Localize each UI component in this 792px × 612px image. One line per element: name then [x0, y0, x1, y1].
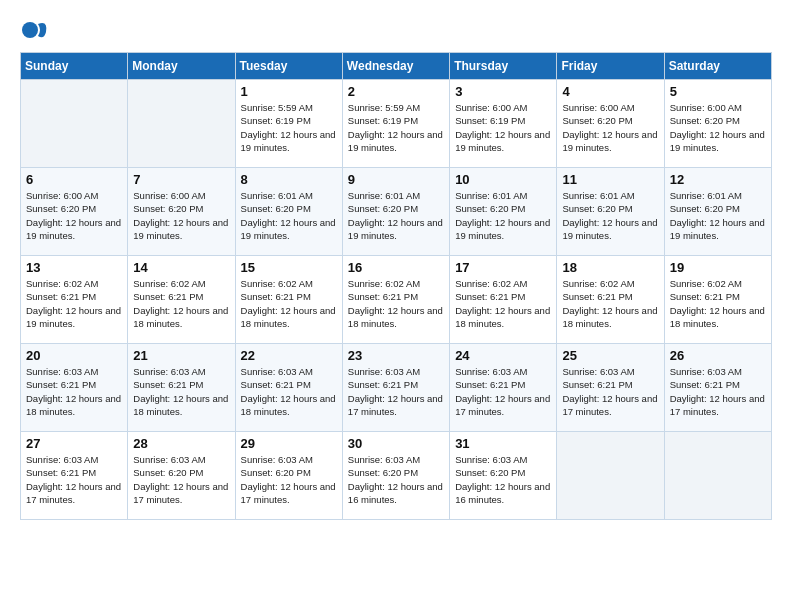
calendar-cell: 16Sunrise: 6:02 AMSunset: 6:21 PMDayligh…	[342, 256, 449, 344]
week-row-1: 1Sunrise: 5:59 AMSunset: 6:19 PMDaylight…	[21, 80, 772, 168]
cell-info: Sunrise: 6:03 AMSunset: 6:21 PMDaylight:…	[26, 366, 121, 417]
cell-info: Sunrise: 6:02 AMSunset: 6:21 PMDaylight:…	[348, 278, 443, 329]
logo	[20, 16, 52, 44]
calendar-cell: 3Sunrise: 6:00 AMSunset: 6:19 PMDaylight…	[450, 80, 557, 168]
weekday-header-friday: Friday	[557, 53, 664, 80]
day-number: 27	[26, 436, 122, 451]
day-number: 17	[455, 260, 551, 275]
week-row-2: 6Sunrise: 6:00 AMSunset: 6:20 PMDaylight…	[21, 168, 772, 256]
calendar-body: 1Sunrise: 5:59 AMSunset: 6:19 PMDaylight…	[21, 80, 772, 520]
calendar-cell: 13Sunrise: 6:02 AMSunset: 6:21 PMDayligh…	[21, 256, 128, 344]
logo-icon	[20, 16, 48, 44]
calendar-cell: 30Sunrise: 6:03 AMSunset: 6:20 PMDayligh…	[342, 432, 449, 520]
calendar-cell	[557, 432, 664, 520]
day-number: 6	[26, 172, 122, 187]
day-number: 26	[670, 348, 766, 363]
day-number: 24	[455, 348, 551, 363]
calendar-cell: 8Sunrise: 6:01 AMSunset: 6:20 PMDaylight…	[235, 168, 342, 256]
cell-info: Sunrise: 5:59 AMSunset: 6:19 PMDaylight:…	[241, 102, 336, 153]
day-number: 12	[670, 172, 766, 187]
cell-info: Sunrise: 6:01 AMSunset: 6:20 PMDaylight:…	[348, 190, 443, 241]
day-number: 23	[348, 348, 444, 363]
day-number: 22	[241, 348, 337, 363]
week-row-5: 27Sunrise: 6:03 AMSunset: 6:21 PMDayligh…	[21, 432, 772, 520]
calendar-cell: 5Sunrise: 6:00 AMSunset: 6:20 PMDaylight…	[664, 80, 771, 168]
day-number: 13	[26, 260, 122, 275]
calendar-cell: 25Sunrise: 6:03 AMSunset: 6:21 PMDayligh…	[557, 344, 664, 432]
calendar-cell: 15Sunrise: 6:02 AMSunset: 6:21 PMDayligh…	[235, 256, 342, 344]
day-number: 31	[455, 436, 551, 451]
calendar-cell: 9Sunrise: 6:01 AMSunset: 6:20 PMDaylight…	[342, 168, 449, 256]
day-number: 5	[670, 84, 766, 99]
cell-info: Sunrise: 6:01 AMSunset: 6:20 PMDaylight:…	[670, 190, 765, 241]
calendar-cell: 19Sunrise: 6:02 AMSunset: 6:21 PMDayligh…	[664, 256, 771, 344]
weekday-header-saturday: Saturday	[664, 53, 771, 80]
week-row-3: 13Sunrise: 6:02 AMSunset: 6:21 PMDayligh…	[21, 256, 772, 344]
cell-info: Sunrise: 6:02 AMSunset: 6:21 PMDaylight:…	[241, 278, 336, 329]
day-number: 28	[133, 436, 229, 451]
calendar-cell: 23Sunrise: 6:03 AMSunset: 6:21 PMDayligh…	[342, 344, 449, 432]
cell-info: Sunrise: 6:00 AMSunset: 6:19 PMDaylight:…	[455, 102, 550, 153]
day-number: 25	[562, 348, 658, 363]
cell-info: Sunrise: 6:03 AMSunset: 6:20 PMDaylight:…	[241, 454, 336, 505]
calendar-cell	[664, 432, 771, 520]
calendar-cell: 24Sunrise: 6:03 AMSunset: 6:21 PMDayligh…	[450, 344, 557, 432]
cell-info: Sunrise: 6:00 AMSunset: 6:20 PMDaylight:…	[133, 190, 228, 241]
day-number: 9	[348, 172, 444, 187]
calendar-cell: 27Sunrise: 6:03 AMSunset: 6:21 PMDayligh…	[21, 432, 128, 520]
calendar-cell: 11Sunrise: 6:01 AMSunset: 6:20 PMDayligh…	[557, 168, 664, 256]
calendar-cell: 1Sunrise: 5:59 AMSunset: 6:19 PMDaylight…	[235, 80, 342, 168]
cell-info: Sunrise: 6:03 AMSunset: 6:20 PMDaylight:…	[133, 454, 228, 505]
day-number: 8	[241, 172, 337, 187]
cell-info: Sunrise: 6:01 AMSunset: 6:20 PMDaylight:…	[241, 190, 336, 241]
calendar-header: SundayMondayTuesdayWednesdayThursdayFrid…	[21, 53, 772, 80]
cell-info: Sunrise: 6:03 AMSunset: 6:21 PMDaylight:…	[241, 366, 336, 417]
day-number: 1	[241, 84, 337, 99]
calendar-cell: 28Sunrise: 6:03 AMSunset: 6:20 PMDayligh…	[128, 432, 235, 520]
day-number: 4	[562, 84, 658, 99]
cell-info: Sunrise: 6:01 AMSunset: 6:20 PMDaylight:…	[455, 190, 550, 241]
calendar-cell: 14Sunrise: 6:02 AMSunset: 6:21 PMDayligh…	[128, 256, 235, 344]
weekday-header-thursday: Thursday	[450, 53, 557, 80]
day-number: 11	[562, 172, 658, 187]
cell-info: Sunrise: 6:01 AMSunset: 6:20 PMDaylight:…	[562, 190, 657, 241]
day-number: 2	[348, 84, 444, 99]
day-number: 15	[241, 260, 337, 275]
cell-info: Sunrise: 6:03 AMSunset: 6:21 PMDaylight:…	[348, 366, 443, 417]
calendar-cell: 22Sunrise: 6:03 AMSunset: 6:21 PMDayligh…	[235, 344, 342, 432]
weekday-header-sunday: Sunday	[21, 53, 128, 80]
calendar-cell: 7Sunrise: 6:00 AMSunset: 6:20 PMDaylight…	[128, 168, 235, 256]
calendar-cell: 2Sunrise: 5:59 AMSunset: 6:19 PMDaylight…	[342, 80, 449, 168]
calendar-cell: 18Sunrise: 6:02 AMSunset: 6:21 PMDayligh…	[557, 256, 664, 344]
calendar-cell: 31Sunrise: 6:03 AMSunset: 6:20 PMDayligh…	[450, 432, 557, 520]
cell-info: Sunrise: 6:00 AMSunset: 6:20 PMDaylight:…	[670, 102, 765, 153]
day-number: 7	[133, 172, 229, 187]
day-number: 30	[348, 436, 444, 451]
cell-info: Sunrise: 6:03 AMSunset: 6:21 PMDaylight:…	[455, 366, 550, 417]
day-number: 20	[26, 348, 122, 363]
calendar-cell: 21Sunrise: 6:03 AMSunset: 6:21 PMDayligh…	[128, 344, 235, 432]
cell-info: Sunrise: 6:00 AMSunset: 6:20 PMDaylight:…	[26, 190, 121, 241]
day-number: 18	[562, 260, 658, 275]
page-header	[20, 16, 772, 44]
cell-info: Sunrise: 6:03 AMSunset: 6:20 PMDaylight:…	[455, 454, 550, 505]
calendar-cell: 20Sunrise: 6:03 AMSunset: 6:21 PMDayligh…	[21, 344, 128, 432]
cell-info: Sunrise: 6:03 AMSunset: 6:21 PMDaylight:…	[26, 454, 121, 505]
cell-info: Sunrise: 6:03 AMSunset: 6:20 PMDaylight:…	[348, 454, 443, 505]
cell-info: Sunrise: 5:59 AMSunset: 6:19 PMDaylight:…	[348, 102, 443, 153]
calendar-cell: 6Sunrise: 6:00 AMSunset: 6:20 PMDaylight…	[21, 168, 128, 256]
cell-info: Sunrise: 6:00 AMSunset: 6:20 PMDaylight:…	[562, 102, 657, 153]
cell-info: Sunrise: 6:02 AMSunset: 6:21 PMDaylight:…	[562, 278, 657, 329]
cell-info: Sunrise: 6:03 AMSunset: 6:21 PMDaylight:…	[133, 366, 228, 417]
weekday-header-monday: Monday	[128, 53, 235, 80]
calendar-cell: 17Sunrise: 6:02 AMSunset: 6:21 PMDayligh…	[450, 256, 557, 344]
day-number: 21	[133, 348, 229, 363]
cell-info: Sunrise: 6:02 AMSunset: 6:21 PMDaylight:…	[455, 278, 550, 329]
cell-info: Sunrise: 6:03 AMSunset: 6:21 PMDaylight:…	[562, 366, 657, 417]
day-number: 10	[455, 172, 551, 187]
cell-info: Sunrise: 6:02 AMSunset: 6:21 PMDaylight:…	[670, 278, 765, 329]
day-number: 16	[348, 260, 444, 275]
cell-info: Sunrise: 6:03 AMSunset: 6:21 PMDaylight:…	[670, 366, 765, 417]
calendar-cell: 26Sunrise: 6:03 AMSunset: 6:21 PMDayligh…	[664, 344, 771, 432]
calendar-cell: 29Sunrise: 6:03 AMSunset: 6:20 PMDayligh…	[235, 432, 342, 520]
